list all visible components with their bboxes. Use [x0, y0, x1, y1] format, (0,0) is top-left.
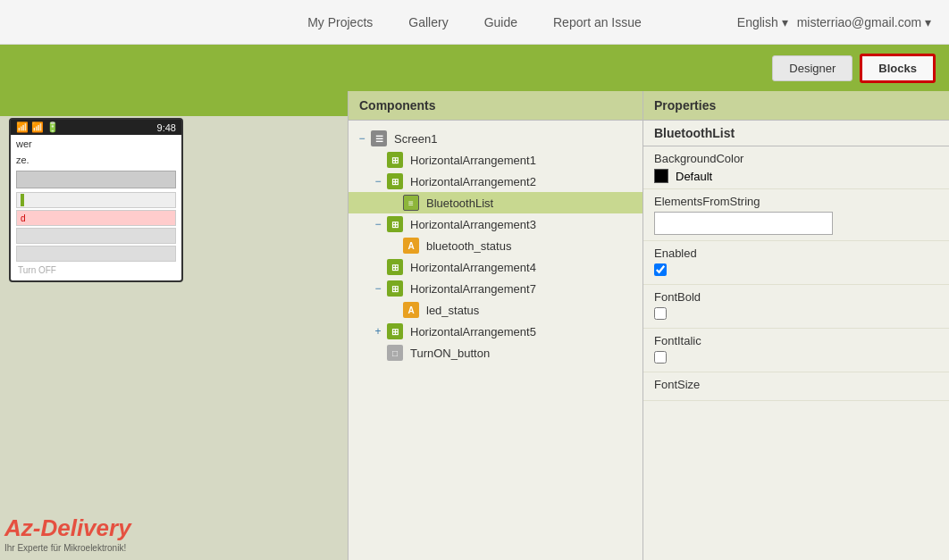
component-label-blist: BluetoothList [426, 196, 493, 210]
component-item-ha2[interactable]: −⊞HorizontalArrangement2 [349, 171, 642, 192]
left-panel-header [0, 91, 348, 116]
component-label-ha3: HorizontalArrangement3 [410, 218, 536, 231]
layout-icon-ha3: ⊞ [387, 216, 403, 232]
component-item-ha1[interactable]: ⊞HorizontalArrangement1 [349, 149, 642, 171]
left-panel: 📶 📶 🔋 9:48 wer ze. d Turn OFF Az-Deliver… [0, 91, 349, 560]
main-area: 📶 📶 🔋 9:48 wer ze. d Turn OFF Az-Deliver… [0, 91, 949, 560]
phone-bar1 [16, 171, 176, 188]
phone-bar2 [16, 228, 176, 244]
nav-links: My Projects Gallery Guide Report an Issu… [307, 15, 642, 29]
property-checkbox-enabled[interactable] [654, 263, 667, 276]
property-input-elemfromstr[interactable] [654, 212, 833, 235]
phone-icons: 📶 📶 🔋 [16, 121, 59, 133]
language-selector[interactable]: English ▾ [737, 15, 788, 29]
property-checkbox-fontbold[interactable] [654, 307, 667, 320]
label-icon-ledstatus: A [403, 302, 419, 318]
property-row-fontbold: FontBold [643, 285, 949, 329]
phone-bar-red: d [16, 210, 176, 226]
property-value-bgcolor: Default [654, 169, 938, 183]
property-row-fontsize: FontSize [643, 372, 949, 401]
watermark-text: Az-Delivery [4, 514, 131, 542]
components-header: Components [349, 91, 642, 121]
component-label-ha1: HorizontalArrangement1 [410, 154, 536, 167]
property-row-elemfromstr: ElementsFromString [643, 189, 949, 241]
phone-text-ze: ze. [11, 153, 181, 167]
component-item-blist[interactable]: ≡BluetoothList [349, 192, 642, 213]
component-item-btstatus[interactable]: Abluetooth_status [349, 235, 642, 256]
nav-guide[interactable]: Guide [484, 15, 517, 29]
component-tree: −☰Screen1⊞HorizontalArrangement1−⊞Horizo… [349, 121, 642, 371]
component-item-ha7[interactable]: −⊞HorizontalArrangement7 [349, 278, 642, 299]
toggle-icon-ha5[interactable]: + [372, 325, 384, 338]
nav-report-issue[interactable]: Report an Issue [553, 15, 642, 29]
phone-time: 9:48 [157, 122, 176, 133]
component-label-ha7: HorizontalArrangement7 [410, 282, 536, 296]
property-row-bgcolor: BackgroundColorDefault [643, 146, 949, 189]
color-label-bgcolor: Default [676, 170, 712, 183]
watermark-subtext: Ihr Experte für Mikroelektronik! [4, 543, 126, 553]
layout-icon-ha2: ⊞ [387, 173, 403, 189]
component-label-ledstatus: led_status [426, 304, 479, 317]
properties-header: Properties [643, 91, 949, 121]
component-item-ha5[interactable]: +⊞HorizontalArrangement5 [349, 321, 642, 342]
phone-content: wer ze. d Turn OFF [11, 135, 181, 277]
property-label-fontsize: FontSize [654, 378, 938, 391]
label-icon-btstatus: A [403, 238, 419, 254]
component-item-screen1[interactable]: −☰Screen1 [349, 128, 642, 149]
properties-component-title: BluetoothList [643, 121, 949, 146]
component-label-turnon: TurnON_button [410, 347, 490, 360]
layout-icon-ha1: ⊞ [387, 152, 403, 168]
component-label-btstatus: bluetooth_status [426, 239, 511, 253]
blocks-button[interactable]: Blocks [860, 54, 936, 83]
property-label-elemfromstr: ElementsFromString [654, 195, 938, 208]
component-item-ha4[interactable]: ⊞HorizontalArrangement4 [349, 256, 642, 278]
layout-icon-ha7: ⊞ [387, 280, 403, 297]
property-checkbox-fontitalic[interactable] [654, 351, 667, 364]
nav-right: English ▾ misterriao@gmail.com ▾ [737, 15, 931, 29]
toggle-icon-ha3[interactable]: − [372, 218, 384, 230]
layout-icon-ha5: ⊞ [387, 323, 403, 339]
listview-icon-blist: ≡ [403, 195, 419, 211]
properties-list: BackgroundColorDefaultElementsFromString… [643, 146, 949, 401]
layout-icon-ha4: ⊞ [387, 259, 403, 275]
property-label-enabled: Enabled [654, 247, 938, 260]
property-row-fontitalic: FontItalic [643, 329, 949, 372]
component-label-screen1: Screen1 [394, 132, 437, 146]
top-nav: My Projects Gallery Guide Report an Issu… [0, 0, 949, 45]
component-label-ha4: HorizontalArrangement4 [410, 261, 536, 274]
nav-my-projects[interactable]: My Projects [307, 15, 373, 29]
phone-status-bar: 📶 📶 🔋 9:48 [11, 120, 181, 135]
component-item-turnon[interactable]: □TurnON_button [349, 342, 642, 364]
component-item-ha3[interactable]: −⊞HorizontalArrangement3 [349, 213, 642, 235]
nav-gallery[interactable]: Gallery [408, 15, 448, 29]
property-label-fontitalic: FontItalic [654, 334, 938, 347]
property-label-bgcolor: BackgroundColor [654, 152, 938, 165]
component-label-ha2: HorizontalArrangement2 [410, 175, 536, 188]
color-swatch-bgcolor[interactable] [654, 169, 668, 183]
phone-turnoff: Turn OFF [16, 263, 176, 277]
phone-preview: 📶 📶 🔋 9:48 wer ze. d Turn OFF [9, 118, 183, 282]
toggle-icon-ha7[interactable]: − [372, 282, 384, 295]
property-label-fontbold: FontBold [654, 290, 938, 304]
button-icon-turnon: □ [387, 345, 403, 361]
phone-bar3 [16, 246, 176, 262]
component-label-ha5: HorizontalArrangement5 [410, 325, 536, 339]
toggle-icon-ha2[interactable]: − [372, 175, 384, 188]
designer-button[interactable]: Designer [772, 55, 852, 81]
component-item-ledstatus[interactable]: Aled_status [349, 299, 642, 321]
user-menu[interactable]: misterriao@gmail.com ▾ [797, 15, 931, 29]
phone-text-wer: wer [11, 135, 181, 153]
right-panel: Properties BluetoothList BackgroundColor… [643, 91, 949, 560]
center-panel: Components −☰Screen1⊞HorizontalArrangeme… [349, 91, 643, 560]
property-row-enabled: Enabled [643, 241, 949, 285]
phone-icon-screen1: ☰ [371, 130, 387, 146]
toolbar: Designer Blocks [0, 45, 949, 91]
toggle-icon-screen1[interactable]: − [356, 132, 368, 145]
